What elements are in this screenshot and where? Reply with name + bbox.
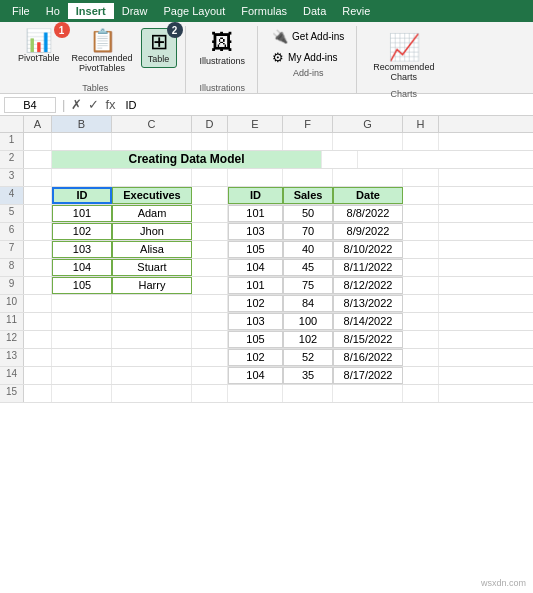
cell-e15[interactable] bbox=[228, 385, 283, 402]
cell-g1[interactable] bbox=[333, 133, 403, 150]
cell-d1[interactable] bbox=[192, 133, 228, 150]
cell-h15[interactable] bbox=[403, 385, 439, 402]
illustrations-button[interactable]: 🖼 Illustrations bbox=[196, 28, 250, 68]
cell-g11[interactable]: 8/14/2022 bbox=[333, 313, 403, 330]
cell-c12[interactable] bbox=[112, 331, 192, 348]
cell-e14[interactable]: 104 bbox=[228, 367, 283, 384]
cell-f11[interactable]: 100 bbox=[283, 313, 333, 330]
cell-g5[interactable]: 8/8/2022 bbox=[333, 205, 403, 222]
cell-d8[interactable] bbox=[192, 259, 228, 276]
col-header-c[interactable]: C bbox=[112, 116, 192, 132]
cell-g15[interactable] bbox=[333, 385, 403, 402]
cell-a3[interactable] bbox=[24, 169, 52, 186]
cell-h7[interactable] bbox=[403, 241, 439, 258]
cell-b5[interactable]: 101 bbox=[52, 205, 112, 222]
cell-reference-box[interactable] bbox=[4, 97, 56, 113]
cell-h4[interactable] bbox=[403, 187, 439, 204]
cell-h14[interactable] bbox=[403, 367, 439, 384]
cell-a14[interactable] bbox=[24, 367, 52, 384]
cell-e1[interactable] bbox=[228, 133, 283, 150]
cell-h5[interactable] bbox=[403, 205, 439, 222]
cell-a2[interactable] bbox=[24, 151, 52, 168]
cell-d14[interactable] bbox=[192, 367, 228, 384]
my-addins-button[interactable]: ⚙ My Add-ins bbox=[268, 49, 348, 66]
cell-g9[interactable]: 8/12/2022 bbox=[333, 277, 403, 294]
cell-e8[interactable]: 104 bbox=[228, 259, 283, 276]
tab-data[interactable]: Data bbox=[295, 3, 334, 19]
col-header-d[interactable]: D bbox=[192, 116, 228, 132]
cell-b6[interactable]: 102 bbox=[52, 223, 112, 240]
cell-a9[interactable] bbox=[24, 277, 52, 294]
cell-b13[interactable] bbox=[52, 349, 112, 366]
cell-d13[interactable] bbox=[192, 349, 228, 366]
insert-function-icon[interactable]: fx bbox=[105, 97, 115, 112]
cell-e11[interactable]: 103 bbox=[228, 313, 283, 330]
cell-a8[interactable] bbox=[24, 259, 52, 276]
get-addins-button[interactable]: 🔌 Get Add-ins bbox=[268, 28, 348, 45]
col-header-b[interactable]: B bbox=[52, 116, 112, 132]
cell-e12[interactable]: 105 bbox=[228, 331, 283, 348]
col-header-a[interactable]: A bbox=[24, 116, 52, 132]
cell-b3[interactable] bbox=[52, 169, 112, 186]
cell-b1[interactable] bbox=[52, 133, 112, 150]
cell-g8[interactable]: 8/11/2022 bbox=[333, 259, 403, 276]
cell-d4[interactable] bbox=[192, 187, 228, 204]
cell-g6[interactable]: 8/9/2022 bbox=[333, 223, 403, 240]
cell-a7[interactable] bbox=[24, 241, 52, 258]
cell-a10[interactable] bbox=[24, 295, 52, 312]
title-cell[interactable]: Creating Data Model bbox=[52, 151, 322, 168]
cell-f14[interactable]: 35 bbox=[283, 367, 333, 384]
cell-a13[interactable] bbox=[24, 349, 52, 366]
cell-f7[interactable]: 40 bbox=[283, 241, 333, 258]
cell-a1[interactable] bbox=[24, 133, 52, 150]
cell-c6[interactable]: Jhon bbox=[112, 223, 192, 240]
cell-h10[interactable] bbox=[403, 295, 439, 312]
cell-g4-header[interactable]: Date bbox=[333, 187, 403, 204]
cell-g7[interactable]: 8/10/2022 bbox=[333, 241, 403, 258]
cell-b15[interactable] bbox=[52, 385, 112, 402]
cell-f6[interactable]: 70 bbox=[283, 223, 333, 240]
cell-e9[interactable]: 101 bbox=[228, 277, 283, 294]
cell-b12[interactable] bbox=[52, 331, 112, 348]
cell-e10[interactable]: 102 bbox=[228, 295, 283, 312]
cancel-formula-icon[interactable]: ✗ bbox=[71, 97, 82, 112]
cell-c10[interactable] bbox=[112, 295, 192, 312]
cell-d6[interactable] bbox=[192, 223, 228, 240]
cell-d15[interactable] bbox=[192, 385, 228, 402]
cell-d3[interactable] bbox=[192, 169, 228, 186]
cell-c11[interactable] bbox=[112, 313, 192, 330]
cell-c14[interactable] bbox=[112, 367, 192, 384]
cell-c4-header[interactable]: Executives bbox=[112, 187, 192, 204]
cell-f13[interactable]: 52 bbox=[283, 349, 333, 366]
cell-f12[interactable]: 102 bbox=[283, 331, 333, 348]
cell-b9[interactable]: 105 bbox=[52, 277, 112, 294]
recommended-charts-button[interactable]: 📈 RecommendedCharts bbox=[367, 28, 440, 87]
cell-d7[interactable] bbox=[192, 241, 228, 258]
cell-g12[interactable]: 8/15/2022 bbox=[333, 331, 403, 348]
cell-h2[interactable] bbox=[322, 151, 358, 168]
cell-f10[interactable]: 84 bbox=[283, 295, 333, 312]
cell-c7[interactable]: Alisa bbox=[112, 241, 192, 258]
cell-c8[interactable]: Stuart bbox=[112, 259, 192, 276]
cell-b11[interactable] bbox=[52, 313, 112, 330]
cell-c9[interactable]: Harry bbox=[112, 277, 192, 294]
cell-e6[interactable]: 103 bbox=[228, 223, 283, 240]
confirm-formula-icon[interactable]: ✓ bbox=[88, 97, 99, 112]
tab-insert[interactable]: Insert bbox=[68, 3, 114, 19]
cell-f5[interactable]: 50 bbox=[283, 205, 333, 222]
cell-c13[interactable] bbox=[112, 349, 192, 366]
tab-draw[interactable]: Draw bbox=[114, 3, 156, 19]
cell-c3[interactable] bbox=[112, 169, 192, 186]
cell-d11[interactable] bbox=[192, 313, 228, 330]
tab-home[interactable]: Ho bbox=[38, 3, 68, 19]
cell-b7[interactable]: 103 bbox=[52, 241, 112, 258]
cell-f9[interactable]: 75 bbox=[283, 277, 333, 294]
cell-c5[interactable]: Adam bbox=[112, 205, 192, 222]
tab-review[interactable]: Revie bbox=[334, 3, 378, 19]
cell-a5[interactable] bbox=[24, 205, 52, 222]
cell-g14[interactable]: 8/17/2022 bbox=[333, 367, 403, 384]
cell-f1[interactable] bbox=[283, 133, 333, 150]
cell-c1[interactable] bbox=[112, 133, 192, 150]
cell-b4-header[interactable]: ID bbox=[52, 187, 112, 204]
cell-g10[interactable]: 8/13/2022 bbox=[333, 295, 403, 312]
